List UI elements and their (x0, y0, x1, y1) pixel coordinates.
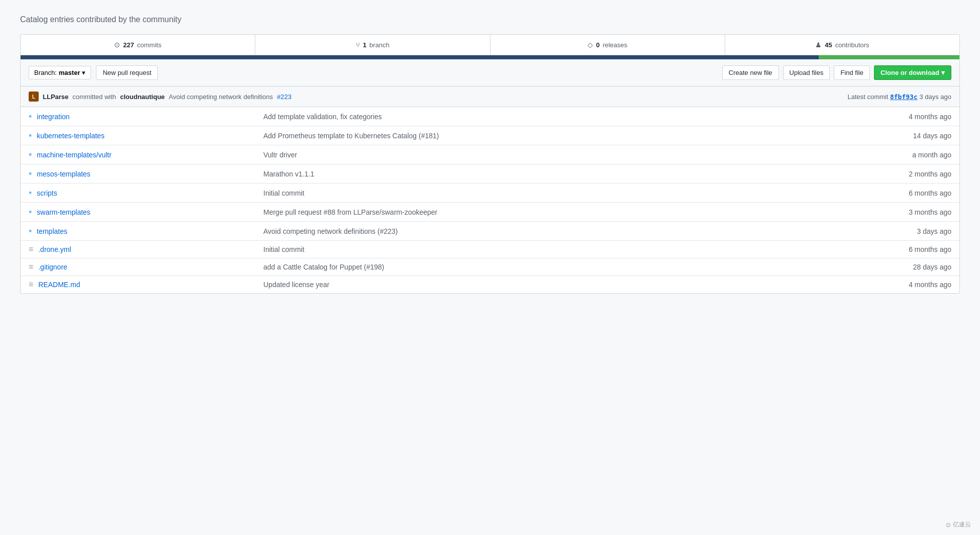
file-time: 6 months ago (909, 245, 951, 253)
table-row: ≡ README.md Updated license year 4 month… (21, 276, 959, 294)
file-name-link[interactable]: templates (37, 227, 67, 235)
branch-label: Branch: (34, 69, 57, 76)
commit-pr-link[interactable]: #223 (277, 93, 291, 101)
file-message: Add template validation, fix categories (263, 113, 382, 121)
file-name-link[interactable]: mesos-templates (37, 170, 90, 178)
file-name-link[interactable]: swarm-templates (37, 208, 90, 216)
lang-segment-secondary (819, 55, 959, 59)
folder-icon: ▪ (29, 130, 32, 140)
stats-bar: ⊙ 227 commits ⑂ 1 branch ◇ 0 releases ♟ … (21, 35, 959, 55)
clone-or-download-button[interactable]: Clone or download ▾ (874, 65, 951, 80)
file-time: 14 days ago (913, 132, 951, 140)
file-time: a month ago (912, 151, 951, 159)
language-bar (21, 55, 959, 59)
commit-hash-link[interactable]: 8fbf93c (890, 93, 918, 101)
toolbar-left: Branch: master ▾ New pull request (29, 65, 158, 80)
contributors-icon: ♟ (815, 41, 822, 49)
branch-dropdown-icon: ▾ (82, 69, 85, 76)
folder-icon: ▪ (29, 207, 32, 217)
releases-count: 0 (596, 41, 600, 49)
folder-icon: ▪ (29, 188, 32, 198)
file-message: Updated license year (263, 281, 330, 289)
stat-commits[interactable]: ⊙ 227 commits (21, 35, 255, 55)
table-row: ▪ kubernetes-templates Add Prometheus te… (21, 126, 959, 145)
branches-count: 1 (363, 41, 366, 49)
folder-icon: ▪ (29, 226, 32, 236)
lang-segment-primary (21, 55, 819, 59)
file-message: Merge pull request #88 from LLParse/swar… (263, 208, 437, 216)
stat-branches[interactable]: ⑂ 1 branch (255, 35, 490, 55)
stat-contributors[interactable]: ♟ 45 contributors (725, 35, 959, 55)
file-time: 6 months ago (909, 189, 951, 197)
clone-label: Clone or download (880, 69, 939, 76)
file-table: ▪ integration Add template validation, f… (21, 107, 959, 293)
file-time: 4 months ago (909, 281, 951, 289)
latest-commit-left: L LLParse committed with cloudnautique A… (29, 92, 291, 102)
table-row: ▪ mesos-templates Marathon v1.1.1 2 mont… (21, 164, 959, 184)
folder-icon: ▪ (29, 149, 32, 159)
latest-commit-right: Latest commit 8fbf93c 3 days ago (847, 93, 951, 101)
file-time: 3 months ago (909, 208, 951, 216)
commits-label: commits (137, 41, 161, 49)
folder-icon: ▪ (29, 168, 32, 179)
commits-count: 227 (123, 41, 134, 49)
file-message: Initial commit (263, 245, 305, 253)
file-message: Initial commit (263, 189, 305, 197)
table-row: ≡ .gitignore add a Cattle Catalog for Pu… (21, 258, 959, 276)
commit-time: 3 days ago (919, 93, 951, 101)
clone-dropdown-icon: ▾ (941, 69, 945, 76)
toolbar-right: Create new file Upload files Find file C… (722, 65, 951, 80)
file-time: 3 days ago (917, 227, 952, 235)
file-name-link[interactable]: README.md (38, 281, 80, 289)
table-row: ▪ swarm-templates Merge pull request #88… (21, 203, 959, 222)
releases-icon: ◇ (587, 41, 593, 49)
file-message: Marathon v1.1.1 (263, 170, 314, 178)
commit-verb: committed with (72, 93, 116, 101)
table-row: ≡ .drone.yml Initial commit 6 months ago (21, 241, 959, 258)
commit-coauthor[interactable]: cloudnautique (120, 93, 165, 101)
file-name-link[interactable]: kubernetes-templates (37, 132, 105, 140)
file-icon: ≡ (29, 245, 33, 253)
find-file-button[interactable]: Find file (834, 65, 870, 80)
table-row: ▪ machine-templates/vultr Vultr driver a… (21, 145, 959, 164)
commit-author[interactable]: LLParse (43, 93, 68, 101)
file-message: Add Prometheus template to Kubernetes Ca… (263, 132, 439, 140)
latest-commit-row: L LLParse committed with cloudnautique A… (21, 86, 959, 107)
contributors-label: contributors (835, 41, 869, 49)
branch-name: master (59, 69, 80, 76)
avatar: L (29, 92, 39, 102)
file-name-link[interactable]: scripts (37, 189, 57, 197)
upload-files-button[interactable]: Upload files (783, 65, 830, 80)
toolbar: Branch: master ▾ New pull request Create… (21, 59, 959, 86)
file-message: add a Cattle Catalog for Puppet (#198) (263, 263, 384, 271)
new-pull-request-button[interactable]: New pull request (96, 65, 158, 80)
latest-commit-label: Latest commit (847, 93, 888, 101)
file-time: 2 months ago (909, 170, 951, 178)
create-new-file-button[interactable]: Create new file (722, 65, 779, 80)
folder-icon: ▪ (29, 111, 32, 121)
contributors-count: 45 (825, 41, 832, 49)
file-name-link[interactable]: machine-templates/vultr (37, 151, 112, 159)
table-row: ▪ scripts Initial commit 6 months ago (21, 184, 959, 203)
branch-selector[interactable]: Branch: master ▾ (29, 66, 91, 79)
file-icon: ≡ (29, 262, 33, 271)
page-title: Catalog entries contributed by the commu… (20, 15, 960, 24)
releases-label: releases (603, 41, 627, 49)
repo-container: ⊙ 227 commits ⑂ 1 branch ◇ 0 releases ♟ … (20, 34, 960, 294)
file-icon: ≡ (29, 280, 33, 289)
file-time: 28 days ago (913, 263, 951, 271)
file-message: Vultr driver (263, 151, 297, 159)
file-name-link[interactable]: .gitignore (38, 263, 67, 271)
file-name-link[interactable]: integration (37, 113, 69, 121)
commit-message: Avoid competing network definitions (169, 93, 273, 101)
commits-icon: ⊙ (114, 41, 120, 49)
file-time: 4 months ago (909, 113, 951, 121)
branch-icon: ⑂ (356, 41, 360, 49)
file-message: Avoid competing network definitions (#22… (263, 227, 398, 235)
file-name-link[interactable]: .drone.yml (38, 245, 71, 253)
branches-label: branch (369, 41, 389, 49)
table-row: ▪ integration Add template validation, f… (21, 107, 959, 126)
table-row: ▪ templates Avoid competing network defi… (21, 222, 959, 241)
stat-releases[interactable]: ◇ 0 releases (491, 35, 725, 55)
